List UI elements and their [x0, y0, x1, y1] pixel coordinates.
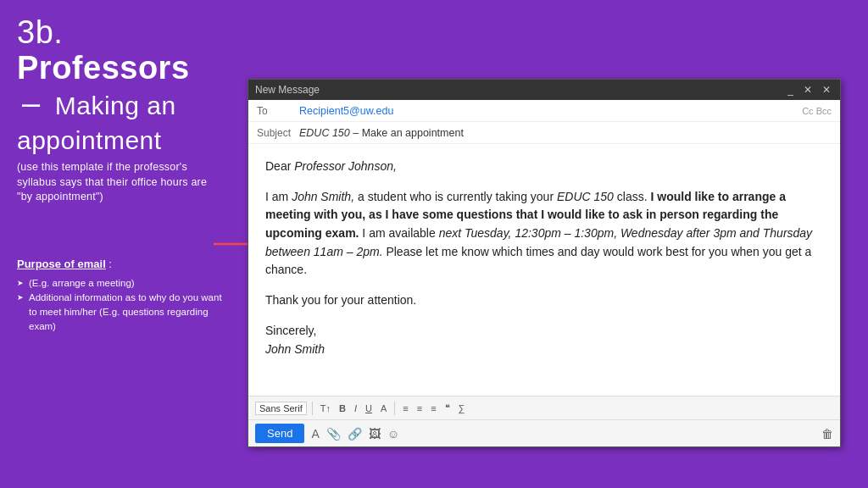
- list-item: (E.g. arrange a meeting): [17, 276, 225, 291]
- purpose-colon: :: [106, 258, 112, 270]
- format-icon[interactable]: A: [311, 427, 319, 441]
- body-paragraph-1: I am John Smith, a student who is curren…: [265, 188, 823, 280]
- minimize-button[interactable]: _: [785, 84, 796, 96]
- closing: Sincerely, John Smith: [265, 322, 823, 358]
- blockquote-button[interactable]: ❝: [442, 402, 453, 414]
- to-label: To: [257, 105, 299, 117]
- resize-button[interactable]: ✕: [801, 84, 815, 96]
- italic-button[interactable]: I: [352, 402, 359, 414]
- font-size-button[interactable]: T↑: [318, 402, 333, 414]
- email-titlebar: New Message _ ✕ ✕: [248, 80, 840, 100]
- main-title: 3b. Professors – Making an appointment: [17, 15, 225, 157]
- subject-label: Subject: [257, 127, 299, 139]
- cc-bcc-label[interactable]: Cc Bcc: [802, 106, 832, 116]
- to-field: To Recipient5@uw.edu Cc Bcc: [248, 100, 840, 122]
- emoji-icon[interactable]: ☺: [387, 427, 399, 441]
- attach-icon[interactable]: 📎: [326, 427, 341, 441]
- toolbar-separator: [312, 402, 313, 415]
- purpose-list: (E.g. arrange a meeting) Additional info…: [17, 276, 225, 335]
- email-window: New Message _ ✕ ✕ To Recipient5@uw.edu C…: [248, 79, 841, 447]
- list-item: Additional information as to why do you …: [17, 291, 225, 335]
- signature: John Smith: [265, 342, 325, 356]
- body-paragraph-2: Thank you for your attention.: [265, 291, 823, 310]
- subject-value: EDUC 150 – Make an appointment: [299, 127, 832, 139]
- titlebar-controls: _ ✕ ✕: [785, 84, 833, 96]
- title-number: 3b.: [17, 14, 63, 50]
- email-body: Dear Professor Johnson, I am John Smith,…: [248, 144, 840, 396]
- delete-button[interactable]: 🗑: [821, 427, 833, 441]
- titlebar-label: New Message: [255, 84, 785, 96]
- font-color-button[interactable]: A: [378, 402, 389, 414]
- greeting: Dear Professor Johnson,: [265, 158, 823, 176]
- title-subtitle: Making an appointment: [17, 92, 176, 155]
- to-value[interactable]: Recipient5@uw.edu: [299, 105, 802, 117]
- font-selector[interactable]: Sans Serif: [255, 402, 307, 415]
- subject-field: Subject EDUC 150 – Make an appointment: [248, 122, 840, 144]
- email-actions-bar: Send A 📎 🔗 🖼 ☺ 🗑: [248, 419, 840, 446]
- more-button[interactable]: ∑: [456, 402, 468, 414]
- closing-text: Sincerely,: [265, 324, 316, 337]
- left-panel: 3b. Professors – Making an appointment (…: [0, 0, 242, 488]
- subtitle-line: (use this template if the professor's sy…: [17, 160, 225, 205]
- indent-button[interactable]: ≡: [428, 402, 438, 414]
- image-icon[interactable]: 🖼: [369, 427, 381, 441]
- close-button[interactable]: ✕: [820, 84, 833, 96]
- bold-button[interactable]: B: [337, 402, 348, 414]
- title-dash: –: [22, 86, 41, 121]
- align-button[interactable]: ≡: [400, 402, 410, 414]
- purpose-title: Purpose of email: [17, 258, 106, 270]
- list-button[interactable]: ≡: [415, 402, 425, 414]
- purpose-section: Purpose of email : (E.g. arrange a meeti…: [17, 256, 225, 335]
- link-icon[interactable]: 🔗: [348, 427, 362, 441]
- underline-button[interactable]: U: [363, 402, 375, 414]
- title-bold: Professors: [17, 50, 190, 86]
- toolbar-separator-2: [394, 402, 395, 415]
- formatting-toolbar: Sans Serif T↑ B I U A ≡ ≡ ≡ ❝ ∑: [248, 396, 840, 419]
- send-button[interactable]: Send: [255, 424, 304, 443]
